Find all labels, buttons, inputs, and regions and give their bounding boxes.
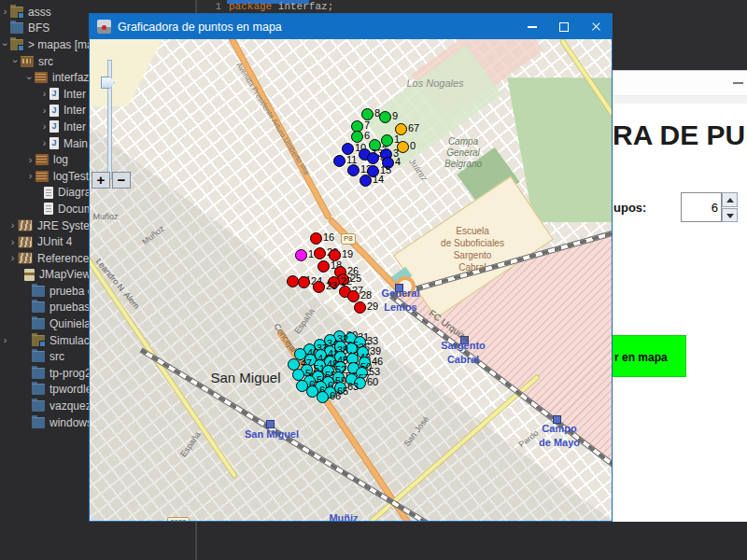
class-icon — [49, 105, 59, 117]
data-point-label: 22 — [341, 275, 352, 287]
explorer-item-label: asss — [28, 6, 51, 19]
map-label: SargentoCabral — [441, 339, 486, 367]
spinner-down-button[interactable] — [722, 208, 738, 223]
map-label: Muñiz — [329, 512, 358, 521]
data-point-label: 23 — [326, 280, 337, 291]
route-shield: P8 — [341, 233, 356, 245]
arrow-up-icon — [726, 198, 734, 203]
library-icon — [18, 219, 33, 231]
route-shield: 8033 — [167, 517, 190, 521]
folder-icon — [32, 400, 45, 412]
expand-chevron-icon[interactable]: › — [39, 121, 49, 132]
project-icon — [32, 335, 45, 346]
groups-spinner-buttons — [722, 192, 738, 222]
data-point-label: 0 — [410, 140, 416, 151]
explorer-item-label: Reference — [37, 252, 89, 265]
expand-chevron-icon[interactable]: › — [7, 220, 18, 231]
expand-chevron-icon[interactable]: › — [10, 56, 21, 66]
map-label: Los Nogales — [406, 77, 463, 89]
srcpkg-icon — [21, 56, 34, 67]
expand-chevron-icon[interactable]: › — [0, 39, 10, 49]
package-icon — [35, 171, 49, 182]
project-icon — [10, 39, 23, 50]
map-label: Campode Mayo — [539, 422, 580, 450]
data-point-label: 63 — [347, 381, 359, 392]
data-point-label: 29 — [367, 301, 378, 312]
data-point — [298, 276, 310, 288]
explorer-item-label: src — [49, 350, 64, 363]
folder-icon — [32, 417, 45, 428]
groups-count-label: upos: — [613, 201, 646, 215]
close-button[interactable] — [580, 14, 612, 39]
minimize-button[interactable] — [516, 14, 548, 39]
explorer-item-label: JMapView — [39, 268, 91, 281]
jar-icon — [24, 269, 35, 281]
explorer-item-label: Quiniela — [49, 317, 91, 330]
data-point — [313, 281, 325, 293]
expand-chevron-icon[interactable]: › — [25, 155, 35, 165]
expand-chevron-icon[interactable]: › — [7, 253, 18, 263]
groups-spinner-field[interactable]: 6 — [681, 192, 722, 222]
class-icon — [49, 137, 59, 149]
data-point — [379, 111, 391, 123]
expand-chevron-icon[interactable]: › — [0, 335, 10, 345]
map-label: Muñoz — [92, 212, 118, 221]
data-point-label: 28 — [360, 289, 372, 301]
arrow-down-icon — [726, 214, 734, 218]
expand-chevron-icon[interactable]: › — [25, 171, 35, 181]
groups-spinner-value: 6 — [712, 201, 718, 215]
map-window-title: Graficadora de puntos en mapa — [118, 21, 516, 34]
map-label: GeneralLemos — [382, 287, 420, 315]
data-point-label: 66 — [330, 390, 341, 401]
plot-on-map-button[interactable]: r en mapa — [612, 335, 686, 377]
map-canvas[interactable]: P88033 Los NogalesCampaGeneralBelgranoEs… — [90, 39, 612, 521]
maximize-button[interactable] — [548, 14, 580, 39]
expand-chevron-icon[interactable]: › — [7, 237, 18, 247]
data-point — [347, 164, 359, 176]
map-label: Escuelade SuboficialesSargentoCabral — [441, 225, 504, 273]
data-point-label: 6 — [364, 130, 370, 141]
file-icon — [44, 187, 53, 199]
app-icon — [97, 20, 111, 34]
zoom-out-button[interactable]: − — [112, 172, 131, 189]
explorer-item-label: > mapas [ma — [28, 38, 93, 51]
explorer-item-label: Inter — [63, 120, 86, 133]
spinner-up-button[interactable] — [722, 192, 738, 207]
graficadora-panel-window: RA DE PUN upos: 6 r en mapa — [612, 70, 747, 522]
data-point — [381, 134, 393, 147]
data-point — [317, 260, 330, 273]
data-point-label: 60 — [367, 376, 378, 387]
expand-chevron-icon[interactable]: › — [0, 7, 10, 17]
data-point — [354, 301, 366, 314]
data-point-label: 9 — [392, 110, 398, 121]
data-point — [295, 249, 307, 261]
package-icon — [35, 72, 48, 83]
zoom-in-button[interactable]: + — [92, 172, 110, 189]
expand-chevron-icon[interactable]: › — [39, 89, 49, 99]
package-icon — [35, 154, 49, 165]
project-icon — [10, 7, 23, 18]
map-label: San Miguel — [245, 428, 299, 440]
explorer-item-label: src — [38, 55, 53, 68]
data-point — [347, 290, 359, 302]
folder-icon — [32, 286, 45, 297]
explorer-item-label: windows — [49, 416, 92, 429]
explorer-item-label: JRE Systen — [37, 219, 96, 232]
right-window-titlebar[interactable] — [612, 71, 747, 96]
explorer-item-label: tpwordle — [49, 383, 92, 396]
explorer-item-label: Inter — [63, 88, 86, 101]
folder-icon — [32, 301, 45, 313]
explorer-item-label: Main — [63, 137, 88, 150]
right-window-band — [612, 96, 747, 104]
map-window: Graficadora de puntos en mapa P88033 Los… — [89, 13, 613, 522]
expand-chevron-icon[interactable]: › — [39, 105, 49, 116]
map-label: San Miguel — [210, 370, 280, 385]
data-point-label: 14 — [373, 174, 384, 185]
data-point — [333, 155, 345, 167]
map-window-titlebar[interactable]: Graficadora de puntos en mapa — [90, 14, 612, 39]
minimize-icon[interactable] — [733, 82, 743, 84]
folder-icon — [32, 384, 45, 395]
expand-chevron-icon[interactable]: › — [24, 73, 35, 83]
plot-button-label: r en mapa — [614, 351, 668, 364]
expand-chevron-icon[interactable]: › — [39, 138, 49, 148]
